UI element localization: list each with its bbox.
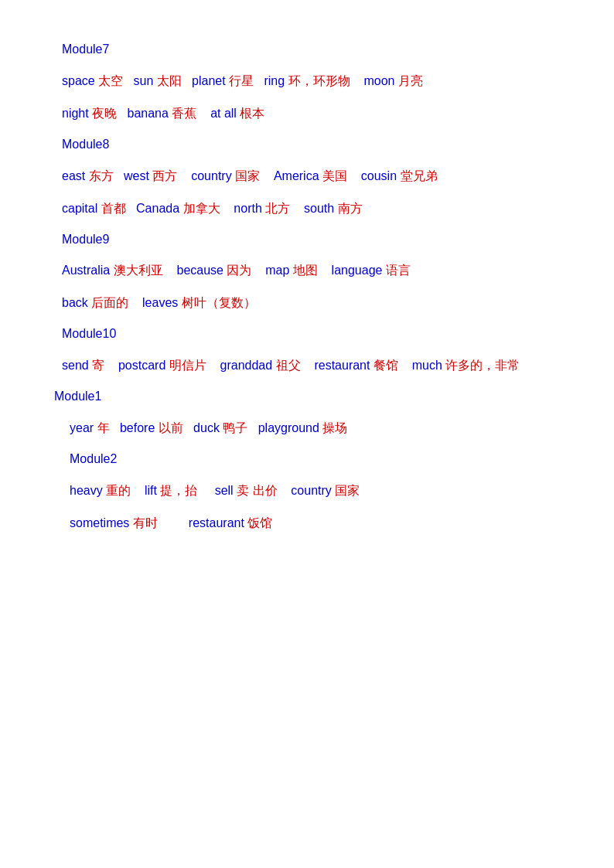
module2-title: Module2 — [70, 448, 568, 471]
module2-section: Module2 heavy 重的 lift 提，抬 sell 卖 出价 coun… — [54, 448, 568, 536]
module10-line1: send 寄 postcard 明信片 granddad 祖父 restaura… — [62, 353, 568, 378]
module9-line2: back 后面的 leaves 树叶（复数） — [62, 291, 568, 315]
module7-line2: night 夜晚 banana 香蕉 at all 根本 — [62, 101, 568, 126]
module8-section: Module8 east 东方 west 西方 country 国家 Ameri… — [46, 134, 568, 221]
module10-title: Module10 — [62, 323, 568, 345]
module8-line1: east 东方 west 西方 country 国家 America 美国 co… — [62, 164, 568, 189]
module2-line1: heavy 重的 lift 提，抬 sell 卖 出价 country 国家 — [70, 478, 568, 503]
module7-title: Module7 — [62, 39, 568, 61]
module8-title: Module8 — [62, 134, 568, 156]
module1-section: Module1 year 年 before 以前 duck 鸭子 playgro… — [46, 386, 568, 536]
module1-line1: year 年 before 以前 duck 鸭子 playground 操场 — [54, 416, 568, 441]
module9-section: Module9 Australia 澳大利亚 because 因为 map 地图… — [46, 229, 568, 316]
module9-line1: Australia 澳大利亚 because 因为 map 地图 languag… — [62, 258, 568, 283]
module8-line2: capital 首都 Canada 加拿大 north 北方 south 南方 — [62, 196, 568, 221]
module7-line1: space 太空 sun 太阳 planet 行星 ring 环，环形物 moo… — [62, 69, 568, 94]
module10-section: Module10 send 寄 postcard 明信片 granddad 祖父… — [46, 323, 568, 378]
module7-section: Module7 space 太空 sun 太阳 planet 行星 ring 环… — [46, 39, 568, 126]
page-content: Module7 space 太空 sun 太阳 planet 行星 ring 环… — [46, 39, 568, 536]
module2-line2: sometimes 有时 restaurant 饭馆 — [70, 511, 568, 536]
module1-title: Module1 — [54, 386, 568, 408]
module9-title: Module9 — [62, 229, 568, 251]
